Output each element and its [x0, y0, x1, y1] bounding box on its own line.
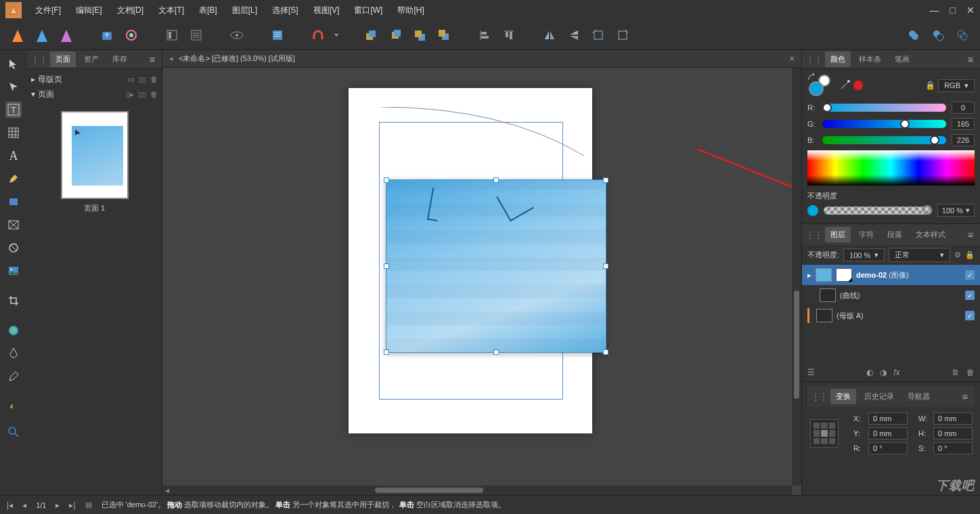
menu-edit[interactable]: 编辑[E] — [76, 5, 102, 16]
page-canvas[interactable] — [349, 88, 592, 433]
layers-panel-menu-icon[interactable]: ≡ — [968, 230, 976, 240]
first-page-icon[interactable]: |◂ — [7, 500, 13, 510]
arrange-front-icon[interactable] — [361, 26, 380, 45]
menu-window[interactable]: 窗口[W] — [354, 5, 382, 16]
rotate-cw-icon[interactable] — [613, 26, 632, 45]
lock-icon[interactable]: 🔒 — [925, 81, 935, 90]
crop-tool[interactable] — [5, 293, 22, 309]
last-page-icon[interactable]: ▸| — [69, 500, 75, 510]
tab-history[interactable]: 历史记录 — [859, 389, 899, 404]
persona-publisher-icon[interactable] — [8, 26, 27, 45]
adjustment-icon[interactable]: ◑ — [880, 368, 887, 377]
scroll-thumb-h[interactable] — [375, 488, 483, 493]
preflight-icon[interactable] — [122, 26, 141, 45]
menu-file[interactable]: 文件[F] — [35, 5, 61, 16]
place-image-tool[interactable] — [5, 263, 22, 279]
tree-master-pages[interactable]: ▸母版页 ▭▯▯🗑 — [31, 72, 158, 87]
dup-page-icon[interactable]: ▯▯ — [138, 90, 146, 99]
lock-layer-icon[interactable]: 🔒 — [965, 251, 975, 259]
page-thumb-1[interactable] — [61, 111, 129, 199]
snapping-icon[interactable] — [309, 26, 328, 45]
scrollbar-h[interactable]: ◂ — [162, 486, 792, 495]
menu-text[interactable]: 文本[T] — [158, 5, 184, 16]
tab-stroke[interactable]: 笔画 — [889, 51, 915, 67]
snapping-dropdown-icon[interactable] — [333, 26, 340, 45]
arrange-forward-icon[interactable] — [386, 26, 405, 45]
scroll-left-icon[interactable]: ◂ — [162, 486, 172, 495]
next-page-icon[interactable]: ▸ — [55, 500, 60, 510]
fx-icon[interactable]: fx — [893, 368, 899, 377]
layers-stack-icon[interactable]: ☰ — [807, 368, 815, 377]
add-page-icon[interactable]: ▯▸ — [126, 90, 134, 99]
r-value[interactable]: 0 — [952, 102, 975, 114]
pen-tool[interactable] — [5, 171, 22, 187]
minimize-button[interactable]: — — [930, 5, 939, 16]
color-sample-icon[interactable] — [853, 81, 863, 90]
tree-pages[interactable]: ▾页面 ▯▸▯▯🗑 — [31, 87, 158, 102]
trash-icon[interactable]: 🗑 — [150, 90, 158, 99]
align-top-icon[interactable] — [499, 26, 518, 45]
tab-layers[interactable]: 图层 — [825, 227, 851, 242]
w-input[interactable] — [933, 412, 973, 425]
ellipse-tool[interactable] — [5, 240, 22, 256]
menu-document[interactable]: 文档[D] — [117, 5, 143, 16]
trash-icon[interactable]: 🗑 — [150, 75, 158, 84]
delete-layer-icon[interactable]: 🗑 — [966, 368, 975, 377]
transform-panel-menu-icon[interactable]: ≡ — [962, 391, 971, 402]
color-fill-swatch[interactable] — [809, 81, 824, 96]
maximize-button[interactable]: □ — [950, 5, 956, 16]
boolean-add-icon[interactable] — [904, 26, 923, 45]
canvas-viewport[interactable]: ◂ — [162, 68, 801, 495]
text-wrap-icon[interactable] — [268, 26, 287, 45]
r-input[interactable] — [868, 442, 908, 454]
menu-select[interactable]: 选择[S] — [272, 5, 298, 16]
node-tool[interactable] — [5, 79, 22, 95]
expand-icon[interactable]: ▸ — [807, 271, 811, 280]
columns-icon[interactable] — [162, 26, 181, 45]
upload-icon[interactable] — [97, 26, 116, 45]
persona-photo-icon[interactable] — [57, 26, 76, 45]
panel-menu-icon[interactable]: ≡ — [150, 54, 158, 65]
color-mode-select[interactable]: RGB▾ — [938, 79, 975, 92]
tab-swatches[interactable]: 样本条 — [853, 51, 887, 67]
anchor-selector[interactable] — [810, 419, 839, 448]
fill-tool[interactable] — [5, 322, 22, 339]
g-value[interactable]: 165 — [952, 118, 975, 130]
color-swap[interactable] — [807, 73, 832, 98]
layer-visible-check[interactable]: ✓ — [965, 311, 975, 320]
persona-designer-icon[interactable] — [32, 26, 51, 45]
tab-paragraph[interactable]: 段落 — [882, 227, 908, 242]
mask-icon[interactable]: ◐ — [866, 368, 873, 377]
tab-assets[interactable]: 资产 — [79, 51, 104, 67]
scrollbar-v[interactable] — [792, 68, 801, 486]
align-left-icon[interactable] — [475, 26, 494, 45]
placed-image-demo-02[interactable] — [386, 179, 606, 353]
scroll-thumb-v[interactable] — [794, 291, 799, 399]
slider-g[interactable]: G: 165 — [807, 118, 975, 130]
document-tab[interactable]: ◂ <未命名> [已修改] (53.0%) [试用版] × — [162, 50, 801, 68]
flip-h-icon[interactable] — [540, 26, 559, 45]
tab-transform[interactable]: 变换 — [830, 389, 856, 404]
tab-color[interactable]: 颜色 — [825, 51, 851, 67]
rectangle-tool[interactable] — [5, 194, 22, 210]
b-value[interactable]: 226 — [952, 134, 975, 146]
x-input[interactable] — [868, 412, 908, 425]
move-tool[interactable] — [5, 56, 22, 72]
artistic-text-tool[interactable]: A — [5, 148, 22, 164]
menu-help[interactable]: 帮助[H] — [397, 5, 424, 16]
menu-table[interactable]: 表[B] — [199, 5, 217, 16]
picture-frame-tool[interactable] — [5, 217, 22, 233]
rotate-ccw-icon[interactable] — [589, 26, 608, 45]
layer-visible-check[interactable]: ✓ — [965, 270, 975, 280]
opacity-value[interactable]: 100 %▾ — [937, 204, 975, 217]
gear-icon[interactable]: ⚙ — [954, 251, 961, 259]
blend-mode-select[interactable]: 正常▾ — [889, 248, 950, 262]
opacity-slider[interactable] — [824, 207, 932, 215]
menu-layer[interactable]: 图层[L] — [232, 5, 257, 16]
close-button[interactable]: ✕ — [966, 5, 975, 16]
zoom-tool[interactable] — [5, 424, 22, 440]
frame-text-tool[interactable]: T — [5, 102, 22, 118]
layer-item-curve[interactable]: (曲线) ✓ — [802, 285, 980, 305]
flip-v-icon[interactable] — [564, 26, 583, 45]
h-input[interactable] — [933, 427, 973, 440]
